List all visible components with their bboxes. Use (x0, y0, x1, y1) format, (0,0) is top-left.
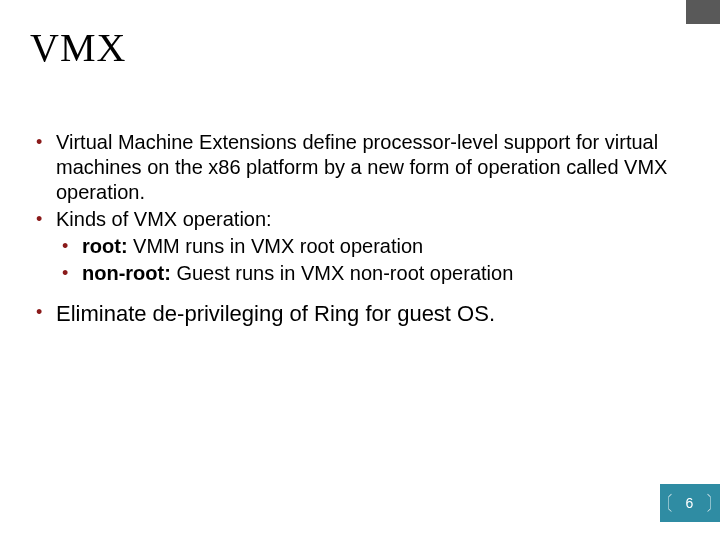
sub-bullet-item: • root: VMM runs in VMX root operation (62, 234, 680, 259)
bracket-right-icon: 〕 (707, 493, 720, 513)
bullet-text: Kinds of VMX operation: (56, 207, 680, 232)
bullet-rest: VMM runs in VMX root operation (128, 235, 424, 257)
bullet-text: non-root: Guest runs in VMX non-root ope… (82, 261, 680, 286)
bullet-label: root: (82, 235, 128, 257)
sub-bullet-item: • non-root: Guest runs in VMX non-root o… (62, 261, 680, 286)
slide-body: • Virtual Machine Extensions define proc… (36, 130, 680, 330)
bullet-item: • Kinds of VMX operation: (36, 207, 680, 232)
bullet-icon: • (36, 130, 56, 205)
bullet-text: root: VMM runs in VMX root operation (82, 234, 680, 259)
bullet-text: Eliminate de-privileging of Ring for gue… (56, 300, 680, 328)
bullet-icon: • (36, 207, 56, 232)
bullet-icon: • (62, 234, 82, 259)
bullet-text: Virtual Machine Extensions define proces… (56, 130, 680, 205)
slide-title: VMX (30, 24, 126, 71)
slide: VMX • Virtual Machine Extensions define … (0, 0, 720, 540)
bullet-label: non-root: (82, 262, 171, 284)
bullet-item: • Virtual Machine Extensions define proc… (36, 130, 680, 205)
bullet-icon: • (36, 300, 56, 328)
bullet-rest: Guest runs in VMX non-root operation (171, 262, 513, 284)
bracket-left-icon: 〔 (661, 493, 674, 513)
page-number: 6 (686, 495, 695, 511)
page-number-wrap: 〔 6 〕 (657, 493, 720, 513)
top-accent-bar (686, 0, 720, 24)
page-number-box: 〔 6 〕 (660, 484, 720, 522)
bullet-icon: • (62, 261, 82, 286)
bullet-item: • Eliminate de-privileging of Ring for g… (36, 300, 680, 328)
